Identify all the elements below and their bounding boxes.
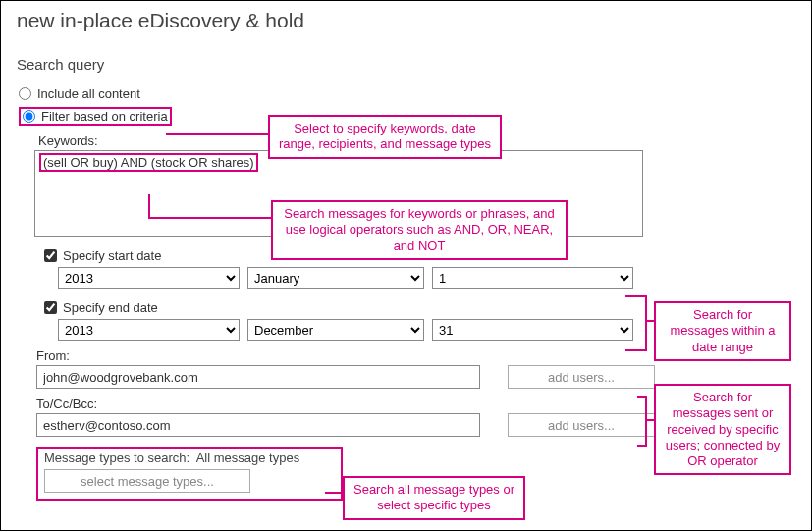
connector-dates-h2 xyxy=(625,349,645,351)
callout-dates: Search for messages within a date range xyxy=(654,301,791,361)
callout-criteria: Select to specify keywords, date range, … xyxy=(268,115,502,159)
radio-include-all-label: Include all content xyxy=(37,86,140,101)
connector-dates-h3 xyxy=(645,320,655,322)
keywords-value: (sell OR buy) AND (stock OR shares) xyxy=(39,153,258,172)
message-types-box: Message types to search: All message typ… xyxy=(36,447,343,501)
end-year-select[interactable]: 2013 xyxy=(58,319,240,341)
to-add-users-button[interactable]: add users... xyxy=(508,413,655,437)
check-end-date-input[interactable] xyxy=(44,301,57,314)
connector-users-h3 xyxy=(645,419,655,421)
end-month-select[interactable]: December xyxy=(247,319,424,341)
from-input[interactable] xyxy=(36,365,480,389)
connector-users-h2 xyxy=(637,445,645,447)
connector-dates-h1 xyxy=(625,295,645,297)
message-types-label: Message types to search: All message typ… xyxy=(44,451,335,465)
to-input[interactable] xyxy=(36,413,480,437)
connector-keywords-v xyxy=(148,194,150,218)
connector-dates-v xyxy=(645,295,647,351)
start-day-select[interactable]: 1 xyxy=(432,267,633,289)
callout-users: Search for messages sent or received by … xyxy=(654,384,791,475)
radio-filter-criteria-label: Filter based on criteria xyxy=(41,109,168,124)
end-day-select[interactable]: 31 xyxy=(432,319,633,341)
section-title: Search query xyxy=(1,32,811,73)
radio-include-all-input[interactable] xyxy=(19,87,31,100)
radio-filter-criteria-input[interactable] xyxy=(23,110,35,123)
connector-criteria xyxy=(166,133,268,135)
check-end-date-label: Specify end date xyxy=(63,300,158,315)
start-year-select[interactable]: 2013 xyxy=(58,267,240,289)
connector-users-h1 xyxy=(637,396,645,398)
callout-types: Search all message types or select speci… xyxy=(343,476,525,520)
callout-keywords: Search messages for keywords or phrases,… xyxy=(271,200,568,260)
connector-keywords-h xyxy=(148,217,272,219)
connector-users-v xyxy=(645,396,647,447)
radio-filter-criteria-wrap: Filter based on criteria xyxy=(19,107,172,126)
check-start-date-label: Specify start date xyxy=(63,248,161,263)
select-message-types-button[interactable]: select message types... xyxy=(44,469,250,493)
start-month-select[interactable]: January xyxy=(247,267,424,289)
radio-include-all[interactable]: Include all content xyxy=(19,86,811,101)
connector-types xyxy=(325,492,343,494)
check-start-date-input[interactable] xyxy=(44,249,57,262)
page-title: new in-place eDiscovery & hold xyxy=(1,1,811,32)
from-add-users-button[interactable]: add users... xyxy=(508,365,655,389)
